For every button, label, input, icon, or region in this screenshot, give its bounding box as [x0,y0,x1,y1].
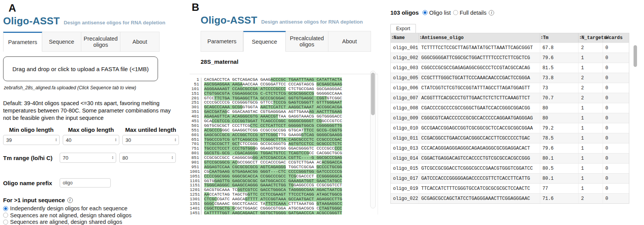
sequence-line-number: 501 [190,124,201,128]
panel-a-label: A [9,2,185,14]
column-header-antisense-oligo[interactable]: ▲▼ Antisense_oligo [419,33,540,43]
table-cell: 0 [603,93,629,103]
tab-precalculated-oligos[interactable]: Precalculated oligos [81,32,120,52]
column-header-name[interactable]: ▲▼ Name [391,33,419,43]
table-cell: 1 [579,123,603,133]
column-header-wcards[interactable]: ▲▼ Wcards [603,33,629,43]
table-cell: TCTTTTCCTCCGCTTAGTAATATGCTTAAATTCAGCGGGT [419,43,540,53]
sort-icon[interactable]: ▲▼ [541,36,543,39]
column-header-tm[interactable]: ▲▼ Tm [540,33,579,43]
tab-bar-a: Parameters Sequence Precalculated oligos… [3,32,185,52]
sequence-line: 151CTGTGGCGTA CGGAGGGCCG C-CTCTCTCG GCGC… [190,92,378,96]
sequence-line: 51AGCGGAGGAA AAGAAACCAA CCGGGATTCC CCCAG… [190,82,378,87]
radio-icon[interactable] [3,220,8,225]
table-cell: 0 [603,63,629,73]
table-cell: 67.8 [540,43,579,53]
table-cell: 79.6 [540,53,579,63]
stepper-icon[interactable]: ▲▼ [55,138,57,142]
sort-icon[interactable]: ▲▼ [392,36,393,39]
table-cell: oligo_014 [391,153,419,163]
sequence-line-number: 151 [190,92,201,96]
tm-hi-input[interactable]: 80 ▲▼ [119,153,176,163]
column-header-n-targets[interactable]: ▲▼ N_targets [579,33,603,43]
sort-icon[interactable]: ▲▼ [604,36,605,39]
sequence-line: 601GAGCGCCGCG ACCGGCTCCG GTTCGGCTTG GAAG… [190,133,378,138]
radio-independent-design[interactable]: Independently design oligos for each seq… [3,205,185,212]
view-option-full-details[interactable]: Full details [453,10,486,16]
stepper-icon[interactable]: ▲▼ [112,156,114,160]
table-row: oligo_011CCGACGGCCTGAACCGACGGGCCACCTTCGC… [391,133,629,143]
table-cell: 0 [603,53,629,63]
upload-text: Drag and drop or click to upload a FASTA… [12,66,149,72]
max-untiled-length-input[interactable]: 30 ▲▼ [122,135,179,145]
sort-icon[interactable]: ▲▼ [580,36,581,39]
radio-icon[interactable] [3,213,8,218]
app-header-b: Oligo-ASST Design antisense oligos for R… [201,14,382,26]
radio-selected-icon[interactable] [3,206,8,211]
table-cell: oligo_002 [391,53,419,63]
table-cell: 80.1 [540,153,579,163]
table-row: oligo_002GGGCGGGGATTCGGCGCTGGACTTTTCCCTC… [391,53,629,63]
min-oligo-length-label: Min oligo length [3,126,60,133]
table-cell: 77 [540,184,579,193]
table-cell: 2 [579,83,603,93]
stepper-icon[interactable]: ▲▼ [171,156,173,160]
table-scrollbar-thumb[interactable] [634,45,637,67]
radio-icon[interactable] [453,10,458,15]
table-cell: CCCACAGGGAGGGAGGGCAGAGAGGGCGCGGAGGACACT [419,143,540,153]
tm-lo-input[interactable]: 70 ▲▼ [60,153,116,163]
stepper-icon[interactable]: ▲▼ [174,138,177,142]
tab-about[interactable]: About [328,31,371,52]
tab-parameters[interactable]: Parameters [3,32,42,52]
info-icon[interactable]: i [67,198,73,203]
multi-sequence-header: For >1 input sequence i [3,197,185,203]
table-cell: 1 [579,184,603,193]
table-cell: 1 [579,53,603,63]
tab-sequence[interactable]: Sequence [243,31,286,52]
min-oligo-length-input[interactable]: 39 ▲▼ [3,135,60,145]
tab-parameters[interactable]: Parameters [201,31,243,52]
table-cell: 79.2 [540,123,579,133]
sort-icon[interactable]: ▲▼ [420,36,421,39]
radio-label: Sequences are not aligned, design shared… [10,212,132,218]
sequence-line: 1001CGCAATGAAG GTGAGAACGG GGGT---CTC CCC… [190,170,378,174]
sequence-viewer[interactable]: 1CACGACCTCA GCTCAGACGA GAAGACCCGC TGAATT… [190,74,378,215]
table-cell: 2 [579,43,603,53]
oligo-asst-screenshot: A Oligo-ASST Design antisense oligos for… [0,0,644,225]
tab-precalculated-oligos[interactable]: Precalculated oligos [286,31,328,52]
stepper-icon[interactable]: ▲▼ [115,138,117,142]
table-cell: 1 [579,63,603,73]
sequence-scrollbar-thumb[interactable] [371,73,375,115]
export-button[interactable]: Export [390,24,416,33]
table-cell: GTCGCCGCGGACCTCGGGCGCCCGAACGTGGGTCGGATCC [419,164,540,173]
parameter-description: Default: 39-40nt oligos spaced <=30 nts … [3,100,177,122]
radio-label: Full details [460,10,486,16]
max-untiled-length-value: 30 [125,137,131,143]
view-option-oligo-list[interactable]: Oligo list [422,10,451,16]
table-row: oligo_017GATCCCACCCGGGGGAGACCCCCGTTCTCAC… [391,173,629,183]
sequence-line-number: 1451 [190,211,201,215]
info-icon[interactable]: i [489,10,494,15]
table-cell: GGGCGGGGATTCGGCGCTGGACTTTTCCCTCTTCGCTCG [419,53,540,63]
sequence-text: CATTTTTGGT AAGCAGAACT GGTGCTGGGG GATGAAC… [204,211,342,215]
radio-not-aligned-shared[interactable]: Sequences are not aligned, design shared… [3,212,185,219]
table-cell: 1 [579,153,603,163]
fasta-upload-dropzone[interactable]: Drag and drop or click to upload a FASTA… [3,56,158,81]
results-header: 103 oligos Oligo list Full details i [390,9,638,16]
radio-selected-icon[interactable] [422,10,428,15]
max-oligo-length-input[interactable]: 40 ▲▼ [63,135,119,145]
tab-sequence[interactable]: Sequence [42,32,81,52]
max-oligo-length-group: Max oligo length 40 ▲▼ [63,126,119,145]
tab-bar-b: Parameters Sequence Precalculated oligos… [201,31,382,52]
table-row: oligo_013CCCACAGGGAGGGAGGGCAGAGAGGGCGCGG… [391,143,629,153]
table-cell: oligo_005 [391,73,419,83]
column-label: Wcards [606,35,623,41]
tab-about[interactable]: About [120,32,160,52]
radio-aligned-shared[interactable]: Sequences are aligned, design shared oli… [3,218,185,225]
table-row: oligo_007ACGGTTTCACGCCCTGTTGAACTCTCTCTTC… [391,93,629,103]
tm-range-row: Tm range (lo/hi C) 70 ▲▼ 80 ▲▼ [3,153,185,163]
oligo-prefix-input[interactable]: oligo [60,178,111,188]
sequence-line-number: 51 [190,82,201,87]
table-cell: 1 [579,164,603,173]
max-oligo-length-label: Max oligo length [63,126,119,133]
